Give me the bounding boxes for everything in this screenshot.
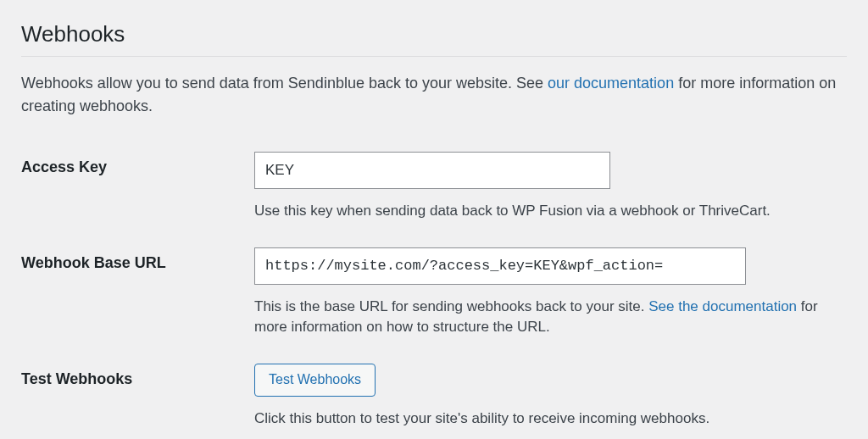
label-access-key: Access Key [21, 152, 254, 247]
settings-form-table: Access Key Use this key when sending dat… [21, 152, 847, 439]
section-title: Webhooks [21, 21, 847, 57]
webhook-doc-link[interactable]: See the documentation [648, 298, 797, 314]
webhook-url-input[interactable] [254, 247, 746, 285]
help-webhook-url: This is the base URL for sending webhook… [254, 297, 847, 338]
help-webhook-url-before: This is the base URL for sending webhook… [254, 298, 648, 314]
row-test-webhooks: Test Webhooks Test Webhooks Click this b… [21, 364, 847, 439]
help-access-key: Use this key when sending data back to W… [254, 201, 847, 222]
row-access-key: Access Key Use this key when sending dat… [21, 152, 847, 247]
row-webhook-url: Webhook Base URL This is the base URL fo… [21, 247, 847, 364]
help-test-webhooks: Click this button to test your site's ab… [254, 408, 847, 430]
access-key-input[interactable] [254, 152, 610, 189]
description-text-before: Webhooks allow you to send data from Sen… [21, 75, 548, 92]
documentation-link[interactable]: our documentation [548, 75, 674, 92]
label-webhook-url: Webhook Base URL [21, 247, 254, 364]
section-description: Webhooks allow you to send data from Sen… [21, 72, 847, 118]
label-test-webhooks: Test Webhooks [21, 364, 254, 439]
test-webhooks-button[interactable]: Test Webhooks [254, 364, 376, 397]
